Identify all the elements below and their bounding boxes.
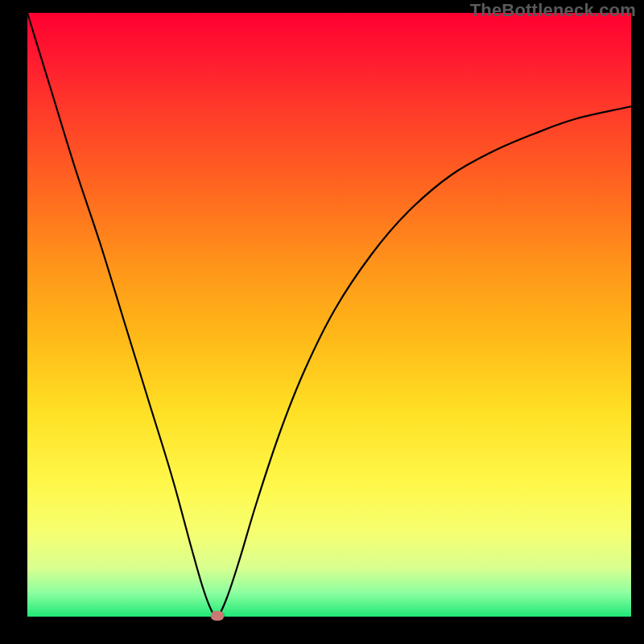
bottleneck-curve: [27, 13, 631, 617]
optimum-marker: [211, 611, 224, 621]
watermark-text: TheBottleneck.com: [470, 0, 636, 21]
chart-frame: TheBottleneck.com: [0, 0, 644, 644]
